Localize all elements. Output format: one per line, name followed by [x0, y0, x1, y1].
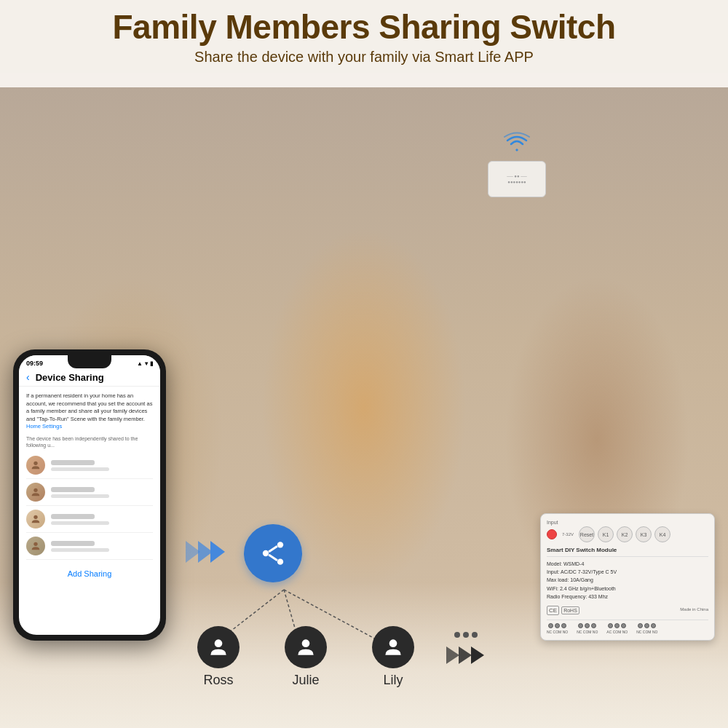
terminal-group-4: NC COM NO: [636, 623, 657, 634]
user-detail-bar-4: [51, 548, 109, 552]
ac-dot-3: [608, 623, 613, 628]
header-section: Family Members Sharing Switch Share the …: [0, 0, 728, 73]
no-dot-4: [651, 623, 656, 628]
svg-point-15: [215, 639, 223, 647]
share-section: [182, 524, 302, 582]
svg-marker-18: [446, 646, 459, 664]
back-button[interactable]: ‹: [26, 371, 30, 383]
svg-point-1: [33, 488, 37, 492]
com-dot-1: [555, 623, 560, 628]
module-input-spec: Input: AC/DC 7-32V/Type C 5V: [547, 568, 708, 576]
person-name-julie: Julie: [292, 673, 319, 688]
module-top: Input 7-32V Reset K1 K2 K3 K4: [547, 520, 708, 542]
person-node-julie: Julie: [262, 626, 349, 688]
person-circle-lily: [372, 626, 414, 668]
user-detail-bar-3: [51, 521, 109, 525]
module-k2-btn[interactable]: K2: [617, 526, 633, 542]
k1-label: K1: [603, 532, 609, 537]
user-row-2: [26, 479, 153, 506]
double-arrow: [444, 642, 488, 671]
terminal-group-3: AC COM NO: [606, 623, 628, 634]
dot-3: [472, 632, 478, 638]
person-name-ross: Ross: [203, 673, 233, 688]
triple-arrow: [182, 534, 233, 573]
module-input-label: Input: [547, 520, 670, 525]
user-name-bar-3: [51, 514, 95, 519]
svg-point-2: [33, 515, 37, 519]
terminal-dots-1: [548, 623, 566, 628]
terminal-dots-4: [638, 623, 656, 628]
svg-point-17: [389, 639, 397, 647]
module-cert-row: CE RoHS Made in China: [547, 604, 708, 615]
user-detail-bar-2: [51, 494, 109, 498]
terminal-group-1: NC COM NO: [547, 623, 568, 634]
main-title: Family Members Sharing Switch: [15, 9, 713, 46]
ce-cert: CE: [547, 606, 559, 615]
device-box: ── ●● ── ●●●●●●●: [488, 161, 546, 197]
no-dot-2: [591, 623, 596, 628]
made-in-china: Made in China: [680, 607, 708, 612]
dot-1: [454, 632, 460, 638]
wifi-device: ── ●● ── ●●●●●●●: [488, 131, 546, 197]
user-avatar-3: [26, 510, 45, 529]
wifi-icon: [502, 131, 531, 158]
phone-status-icons: ▲ ▾ ▮: [137, 360, 153, 367]
terminal-dots-2: [578, 623, 596, 628]
module-k1-btn[interactable]: K1: [598, 526, 614, 542]
svg-point-12: [277, 559, 283, 565]
shared-text: The device has been independently shared…: [26, 435, 153, 450]
share-circle: [244, 524, 302, 582]
terminal-label-1: NC COM NO: [547, 630, 568, 634]
person-circle-ross: [197, 626, 240, 668]
com-dot-2: [585, 623, 590, 628]
svg-marker-19: [459, 646, 472, 664]
com-dot-4: [644, 623, 649, 628]
signal-icon: ▲: [137, 360, 143, 367]
terminal-label-3: AC COM NO: [606, 630, 628, 634]
phone-header: ‹ Device Sharing: [19, 368, 160, 387]
cert-icons: CE RoHS: [547, 606, 579, 615]
module-reset-btn[interactable]: Reset: [579, 526, 595, 542]
terminal-group-2: NC COM NO: [577, 623, 598, 634]
svg-marker-9: [210, 541, 225, 563]
svg-line-14: [269, 555, 277, 561]
people-nodes: Ross Julie Lily: [175, 626, 495, 688]
phone-body-text: If a permanent resident in your home has…: [26, 392, 153, 423]
user-name-bar-1: [51, 460, 95, 465]
user-row-3: [26, 506, 153, 533]
user-name-bar-4: [51, 541, 95, 546]
dot-2: [463, 632, 469, 638]
phone-container: 09:59 ▲ ▾ ▮ ‹ Device Sharing If a perman…: [13, 349, 166, 641]
terminal-spacer-2: [600, 623, 604, 634]
user-name-bar-2: [51, 487, 95, 492]
wifi-status-icon: ▾: [145, 360, 148, 367]
user-info-3: [51, 514, 153, 525]
nc-dot-1: [548, 623, 553, 628]
svg-point-16: [302, 639, 310, 647]
module-voltage-label: 7-32V: [562, 532, 574, 537]
module-wifi-spec: WiFi: 2.4 GHz b/g/n+Bluetooth: [547, 585, 708, 593]
user-info-4: [51, 541, 153, 552]
module-radio-spec: Radio Frequency: 433 Mhz: [547, 593, 708, 601]
sub-title: Share the device with your family via Sm…: [15, 49, 713, 66]
user-info-2: [51, 487, 153, 498]
phone-content: If a permanent resident in your home has…: [19, 387, 160, 591]
phone-screen: 09:59 ▲ ▾ ▮ ‹ Device Sharing If a perman…: [19, 355, 160, 635]
module-power-indicator: [547, 529, 557, 539]
user-avatar-1: [26, 456, 45, 475]
nc-dot-2: [578, 623, 583, 628]
home-settings-link[interactable]: Home Settings: [26, 423, 62, 430]
k4-label: K4: [660, 532, 666, 537]
terminal-dots-3: [608, 623, 626, 628]
add-sharing-button[interactable]: Add Sharing: [26, 563, 153, 585]
phone-screen-title: Device Sharing: [36, 372, 104, 383]
module-k4-btn[interactable]: K4: [654, 526, 670, 542]
module-info: Model: WSMD-4 Input: AC/DC 7-32V/Type C …: [547, 556, 708, 601]
module-model: Model: WSMD-4: [547, 560, 708, 568]
nc-dot-4: [638, 623, 643, 628]
phone-mockup: 09:59 ▲ ▾ ▮ ‹ Device Sharing If a perman…: [13, 349, 166, 641]
more-dots: [437, 626, 495, 671]
module-k3-btn[interactable]: K3: [636, 526, 652, 542]
rohs-cert: RoHS: [561, 606, 579, 614]
person-circle-julie: [285, 626, 327, 668]
